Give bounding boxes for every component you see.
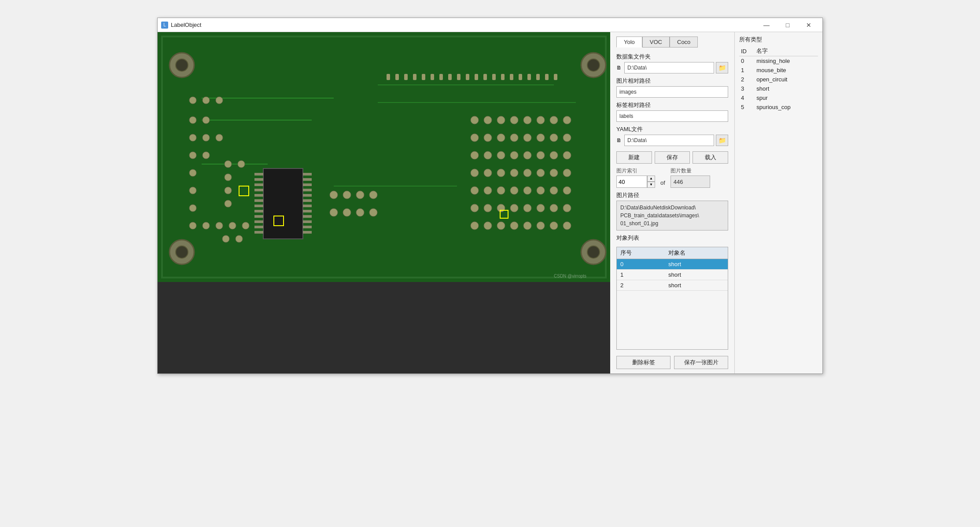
count-label: 图片数量 <box>671 167 710 175</box>
main-window: L LabelObject — □ ✕ <box>157 18 823 374</box>
type-name-cell: short <box>755 84 818 93</box>
obj-name-cell: short <box>665 280 728 291</box>
obj-header-name: 对象名 <box>665 247 728 259</box>
svg-point-104 <box>563 151 571 159</box>
minimize-button[interactable]: — <box>756 18 777 32</box>
spinner-down-button[interactable]: ▼ <box>647 182 655 188</box>
index-input[interactable] <box>616 176 647 188</box>
svg-point-93 <box>523 134 531 142</box>
yaml-file-icon: 🗎 <box>616 137 622 143</box>
svg-rect-79 <box>545 74 549 80</box>
svg-rect-80 <box>554 74 557 80</box>
img-rel-label: 图片相对路径 <box>616 77 728 85</box>
img-rel-input-row <box>616 86 728 98</box>
svg-rect-74 <box>501 74 505 80</box>
svg-point-98 <box>484 151 492 159</box>
svg-point-56 <box>216 222 223 229</box>
types-row[interactable]: 3short <box>739 84 818 93</box>
svg-rect-30 <box>303 178 312 181</box>
svg-point-146 <box>238 161 245 168</box>
save-button[interactable]: 保存 <box>655 151 690 164</box>
yaml-input-row: 🗎 📁 <box>616 135 728 146</box>
tab-voc[interactable]: VOC <box>642 37 670 48</box>
svg-point-9 <box>587 246 600 258</box>
svg-point-94 <box>537 134 545 142</box>
svg-point-113 <box>471 187 479 194</box>
tab-yolo[interactable]: Yolo <box>616 37 642 48</box>
svg-point-42 <box>203 97 210 104</box>
svg-point-48 <box>216 134 223 141</box>
obj-table-wrap[interactable]: 序号 对象名 0short1short2short <box>616 247 728 350</box>
svg-point-89 <box>471 134 479 142</box>
svg-point-59 <box>222 235 229 242</box>
svg-point-109 <box>523 169 531 177</box>
label-rel-label: 标签相对路径 <box>616 101 728 109</box>
maximize-button[interactable]: □ <box>777 18 798 32</box>
svg-point-86 <box>537 116 545 124</box>
svg-point-123 <box>497 204 505 212</box>
types-title: 所有类型 <box>739 36 818 44</box>
type-id-cell: 4 <box>739 93 755 102</box>
svg-rect-25 <box>254 215 263 218</box>
tab-coco[interactable]: Coco <box>670 37 698 48</box>
dataset-input[interactable] <box>624 62 714 73</box>
dataset-browse-button[interactable]: 📁 <box>716 62 728 73</box>
canvas-area[interactable]: CSDN @virropts <box>158 32 610 373</box>
svg-point-145 <box>225 161 232 168</box>
svg-rect-66 <box>431 74 434 80</box>
bottom-buttons: 删除标签 保存一张图片 <box>616 356 728 369</box>
pcb-svg: CSDN @virropts <box>158 32 610 282</box>
svg-rect-61 <box>387 74 390 80</box>
obj-row[interactable]: 0short <box>617 259 728 270</box>
spinner-up-button[interactable]: ▲ <box>647 176 655 182</box>
svg-point-118 <box>537 187 545 194</box>
save-image-button[interactable]: 保存一张图片 <box>674 356 728 369</box>
obj-row[interactable]: 1short <box>617 270 728 280</box>
svg-rect-37 <box>303 215 312 218</box>
type-id-cell: 2 <box>739 75 755 84</box>
svg-rect-19 <box>254 183 263 186</box>
svg-point-144 <box>369 209 377 216</box>
label-rel-section: 标签相对路径 <box>616 101 728 122</box>
svg-point-121 <box>471 204 479 212</box>
type-id-cell: 3 <box>739 84 755 93</box>
main-content: CSDN @virropts Yolo VOC Coco 数据集文件夹 <box>158 32 822 373</box>
types-row[interactable]: 4spur <box>739 93 818 102</box>
svg-point-112 <box>563 169 571 177</box>
obj-table: 序号 对象名 0short1short2short <box>617 247 728 291</box>
close-button[interactable]: ✕ <box>799 18 819 32</box>
types-row[interactable]: 2open_circuit <box>739 75 818 84</box>
obj-list-label: 对象列表 <box>616 234 728 242</box>
action-buttons: 新建 保存 载入 <box>616 151 728 164</box>
load-button[interactable]: 载入 <box>693 151 728 164</box>
svg-point-81 <box>471 116 479 124</box>
img-rel-input[interactable] <box>616 86 728 98</box>
types-row[interactable]: 1mouse_bite <box>739 66 818 75</box>
label-rel-input[interactable] <box>616 110 728 122</box>
obj-index-cell: 1 <box>617 270 665 280</box>
svg-point-139 <box>356 191 364 199</box>
svg-rect-35 <box>303 205 312 207</box>
svg-point-142 <box>343 209 351 216</box>
svg-rect-39 <box>303 226 312 228</box>
type-name-cell: mouse_bite <box>755 66 818 75</box>
yaml-browse-button[interactable]: 📁 <box>716 135 728 146</box>
svg-rect-70 <box>466 74 469 80</box>
svg-point-131 <box>497 222 505 230</box>
svg-point-52 <box>189 187 196 194</box>
types-row[interactable]: 5spurious_cop <box>739 102 818 112</box>
svg-rect-34 <box>303 199 312 202</box>
svg-point-134 <box>537 222 545 230</box>
svg-point-107 <box>497 169 505 177</box>
new-button[interactable]: 新建 <box>616 151 652 164</box>
type-name-cell: missing_hole <box>755 56 818 66</box>
svg-point-85 <box>523 116 531 124</box>
svg-point-84 <box>510 116 518 124</box>
obj-row[interactable]: 2short <box>617 280 728 291</box>
yaml-input[interactable] <box>624 135 714 146</box>
types-row[interactable]: 0missing_hole <box>739 56 818 66</box>
svg-rect-72 <box>483 74 487 80</box>
delete-label-button[interactable]: 删除标签 <box>616 356 671 369</box>
svg-point-137 <box>330 191 338 199</box>
path-label: 图片路径 <box>616 191 728 199</box>
